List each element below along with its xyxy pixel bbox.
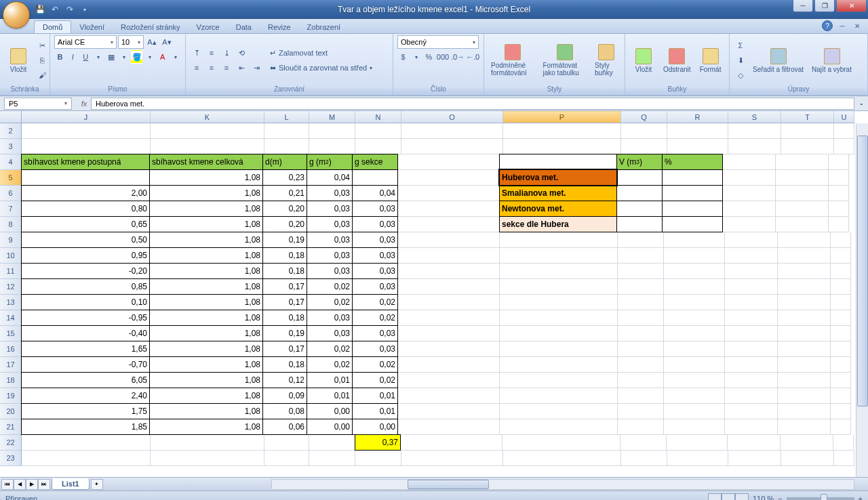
cell[interactable]: 1,75 bbox=[21, 403, 150, 419]
cell[interactable] bbox=[831, 404, 851, 419]
tab-review[interactable]: Revize bbox=[260, 21, 299, 33]
cell[interactable] bbox=[398, 154, 500, 170]
row-header-6[interactable]: 6 bbox=[0, 186, 22, 201]
sheet-nav-first[interactable]: ⏮ bbox=[1, 479, 14, 490]
cell[interactable] bbox=[831, 341, 851, 357]
format-painter-icon[interactable]: 🖌 bbox=[35, 68, 49, 82]
formula-expand-icon[interactable]: ⌄ bbox=[856, 98, 867, 110]
tab-view[interactable]: Zobrazení bbox=[299, 21, 349, 33]
col-header-N[interactable]: N bbox=[355, 111, 401, 123]
sheet-new-icon[interactable]: ✦ bbox=[91, 479, 103, 490]
row-header-20[interactable]: 20 bbox=[0, 404, 22, 419]
underline-button[interactable]: U bbox=[80, 50, 92, 64]
cell[interactable] bbox=[398, 248, 500, 264]
hdr-N[interactable]: g sekce bbox=[352, 154, 398, 170]
cell[interactable] bbox=[618, 404, 664, 419]
delete-cells-button[interactable]: Odstranit bbox=[660, 47, 694, 75]
qat-redo-icon[interactable]: ↷ bbox=[64, 3, 76, 16]
currency-icon[interactable]: $ bbox=[397, 50, 409, 64]
cell[interactable] bbox=[22, 451, 151, 466]
cell[interactable] bbox=[618, 357, 664, 373]
cond-format-button[interactable]: Podmíněné formátování bbox=[488, 43, 538, 78]
cell[interactable] bbox=[831, 264, 851, 279]
italic-button[interactable]: I bbox=[67, 50, 79, 64]
cell[interactable]: 0,04 bbox=[352, 185, 398, 201]
fill-dd-icon[interactable]: ▾ bbox=[144, 50, 155, 64]
cell[interactable] bbox=[621, 139, 667, 154]
cell[interactable] bbox=[664, 341, 725, 357]
cell[interactable] bbox=[667, 451, 728, 466]
cell[interactable] bbox=[500, 404, 618, 419]
cell[interactable] bbox=[834, 139, 854, 154]
sheet-tab-list1[interactable]: List1 bbox=[52, 478, 90, 490]
find-select-button[interactable]: Najít a vybrat bbox=[809, 47, 854, 75]
cell[interactable]: 1,08 bbox=[149, 341, 263, 357]
cell[interactable] bbox=[401, 451, 503, 466]
cell[interactable]: 1,08 bbox=[149, 216, 263, 232]
fill-icon[interactable]: ⬇ bbox=[734, 54, 747, 67]
cell[interactable] bbox=[776, 154, 829, 170]
cell[interactable]: 0,01 bbox=[352, 388, 398, 404]
cell[interactable]: 0,20 bbox=[262, 201, 307, 217]
cell[interactable] bbox=[723, 186, 776, 201]
cell[interactable] bbox=[834, 451, 854, 466]
cell[interactable] bbox=[778, 341, 831, 357]
cell[interactable]: 1,65 bbox=[21, 341, 150, 357]
cell[interactable] bbox=[398, 217, 500, 232]
row-header-11[interactable]: 11 bbox=[0, 264, 22, 279]
cell[interactable] bbox=[778, 279, 831, 295]
cell[interactable] bbox=[833, 435, 854, 451]
cell[interactable] bbox=[725, 279, 778, 295]
cell[interactable] bbox=[401, 139, 503, 154]
cell[interactable] bbox=[398, 310, 500, 326]
cell[interactable]: 0,18 bbox=[262, 356, 307, 373]
cell[interactable]: 0,19 bbox=[262, 232, 307, 248]
font-name-combo[interactable]: Arial CE▾ bbox=[54, 35, 117, 49]
horizontal-scrollbar[interactable] bbox=[271, 479, 854, 490]
cell[interactable]: 0,80 bbox=[21, 201, 150, 217]
cell[interactable] bbox=[725, 357, 778, 373]
cell[interactable]: 0,18 bbox=[262, 263, 307, 279]
col-header-J[interactable]: J bbox=[22, 111, 151, 123]
cell[interactable] bbox=[725, 388, 778, 404]
cell[interactable] bbox=[831, 279, 851, 295]
cell[interactable] bbox=[778, 404, 831, 419]
cell[interactable] bbox=[151, 123, 264, 139]
cell[interactable]: 1,08 bbox=[149, 388, 263, 404]
cell[interactable]: 0,19 bbox=[262, 325, 307, 341]
cell[interactable] bbox=[616, 185, 663, 201]
sort-filter-button[interactable]: Seřadit a filtrovat bbox=[750, 47, 806, 75]
cell[interactable] bbox=[264, 139, 309, 154]
cell[interactable] bbox=[309, 435, 355, 451]
cell[interactable]: 0,01 bbox=[307, 388, 353, 404]
fill-color-button[interactable]: 🪣 bbox=[131, 50, 142, 64]
col-header-R[interactable]: R bbox=[667, 111, 728, 123]
cell[interactable]: 0,02 bbox=[352, 372, 398, 388]
col-header-Q[interactable]: Q bbox=[621, 111, 667, 123]
merge-center-button[interactable]: ⬌Sloučit a zarovnat na střed▾ bbox=[266, 61, 376, 75]
autosum-icon[interactable]: Σ bbox=[734, 39, 747, 52]
cell[interactable] bbox=[398, 295, 500, 310]
cell[interactable] bbox=[22, 139, 151, 154]
cell[interactable]: 0,08 bbox=[262, 403, 307, 419]
thousands-icon[interactable]: 000 bbox=[436, 50, 450, 64]
cell[interactable] bbox=[778, 295, 831, 310]
cell[interactable]: 1,08 bbox=[149, 356, 263, 373]
row-header-8[interactable]: 8 bbox=[0, 217, 22, 232]
cell[interactable]: 1,08 bbox=[149, 232, 263, 248]
cell[interactable]: 0,02 bbox=[352, 356, 398, 373]
inc-indent-icon[interactable]: ⇥ bbox=[250, 61, 263, 75]
cell[interactable]: -0,20 bbox=[21, 263, 150, 279]
cell[interactable]: 0,01 bbox=[352, 403, 398, 419]
cell[interactable] bbox=[398, 170, 500, 186]
cell[interactable] bbox=[401, 435, 502, 451]
cell[interactable] bbox=[500, 373, 618, 388]
col-header-K[interactable]: K bbox=[151, 111, 264, 123]
cell[interactable]: 0,06 bbox=[262, 419, 307, 435]
cell[interactable]: 1,08 bbox=[149, 169, 263, 186]
cell[interactable] bbox=[781, 451, 834, 466]
border-button[interactable]: ▦ bbox=[106, 50, 117, 64]
percent-icon[interactable]: % bbox=[423, 50, 435, 64]
cell[interactable] bbox=[725, 373, 778, 388]
cell[interactable] bbox=[309, 139, 355, 154]
